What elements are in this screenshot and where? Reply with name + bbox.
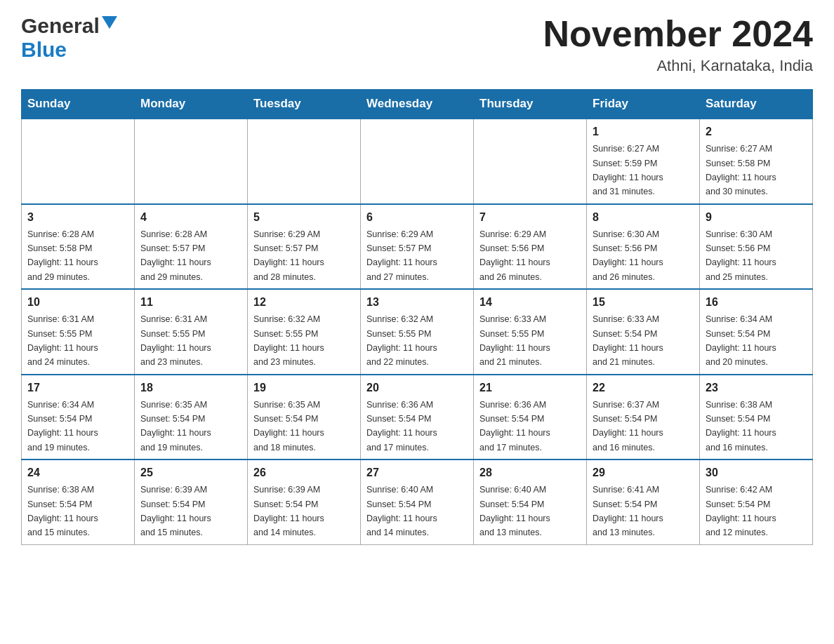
- calendar-day-23: 23Sunrise: 6:38 AM Sunset: 5:54 PM Dayli…: [700, 375, 813, 460]
- calendar-day-21: 21Sunrise: 6:36 AM Sunset: 5:54 PM Dayli…: [474, 375, 587, 460]
- day-number: 29: [593, 464, 694, 481]
- day-number: 4: [140, 209, 241, 226]
- day-info: Sunrise: 6:38 AM Sunset: 5:54 PM Dayligh…: [706, 400, 776, 452]
- location-text: Athni, Karnataka, India: [543, 57, 813, 75]
- day-info: Sunrise: 6:36 AM Sunset: 5:54 PM Dayligh…: [479, 400, 550, 452]
- title-section: November 2024 Athni, Karnataka, India: [543, 14, 813, 75]
- calendar-day-6: 6Sunrise: 6:29 AM Sunset: 5:57 PM Daylig…: [361, 204, 474, 290]
- page-header: General Blue November 2024 Athni, Karnat…: [21, 14, 813, 75]
- calendar-day-1: 1Sunrise: 6:27 AM Sunset: 5:59 PM Daylig…: [587, 119, 700, 204]
- month-title: November 2024: [543, 14, 813, 54]
- day-number: 25: [140, 464, 241, 481]
- calendar-day-4: 4Sunrise: 6:28 AM Sunset: 5:57 PM Daylig…: [135, 204, 248, 290]
- day-number: 24: [27, 464, 128, 481]
- calendar-day-29: 29Sunrise: 6:41 AM Sunset: 5:54 PM Dayli…: [587, 459, 700, 544]
- day-info: Sunrise: 6:30 AM Sunset: 5:56 PM Dayligh…: [593, 229, 663, 282]
- day-number: 27: [366, 464, 468, 481]
- day-info: Sunrise: 6:29 AM Sunset: 5:57 PM Dayligh…: [366, 229, 437, 282]
- calendar-day-15: 15Sunrise: 6:33 AM Sunset: 5:54 PM Dayli…: [587, 289, 700, 375]
- calendar-day-7: 7Sunrise: 6:29 AM Sunset: 5:56 PM Daylig…: [474, 204, 587, 290]
- weekday-header-saturday: Saturday: [700, 90, 813, 119]
- day-info: Sunrise: 6:34 AM Sunset: 5:54 PM Dayligh…: [27, 400, 98, 452]
- calendar-week-3: 17Sunrise: 6:34 AM Sunset: 5:54 PM Dayli…: [22, 375, 813, 460]
- day-number: 23: [706, 380, 807, 396]
- weekday-header-row: SundayMondayTuesdayWednesdayThursdayFrid…: [22, 90, 813, 119]
- calendar-day-14: 14Sunrise: 6:33 AM Sunset: 5:55 PM Dayli…: [474, 289, 587, 375]
- day-info: Sunrise: 6:31 AM Sunset: 5:55 PM Dayligh…: [27, 314, 98, 367]
- day-number: 1: [593, 123, 694, 140]
- calendar-day-8: 8Sunrise: 6:30 AM Sunset: 5:56 PM Daylig…: [587, 204, 700, 290]
- day-number: 11: [140, 294, 241, 311]
- day-info: Sunrise: 6:33 AM Sunset: 5:54 PM Dayligh…: [593, 314, 663, 367]
- svg-marker-0: [102, 16, 117, 29]
- day-number: 12: [253, 294, 355, 311]
- day-info: Sunrise: 6:35 AM Sunset: 5:54 PM Dayligh…: [253, 400, 324, 452]
- weekday-header-tuesday: Tuesday: [248, 90, 361, 119]
- calendar-week-4: 24Sunrise: 6:38 AM Sunset: 5:54 PM Dayli…: [22, 459, 813, 544]
- logo: General Blue: [21, 14, 117, 62]
- logo-general-text: General: [21, 14, 100, 38]
- day-info: Sunrise: 6:27 AM Sunset: 5:58 PM Dayligh…: [706, 144, 776, 196]
- calendar-day-25: 25Sunrise: 6:39 AM Sunset: 5:54 PM Dayli…: [135, 459, 248, 544]
- day-info: Sunrise: 6:33 AM Sunset: 5:55 PM Dayligh…: [479, 314, 550, 367]
- calendar-empty-cell: [248, 119, 361, 204]
- day-info: Sunrise: 6:28 AM Sunset: 5:57 PM Dayligh…: [140, 229, 211, 282]
- day-number: 15: [593, 294, 694, 311]
- calendar-empty-cell: [135, 119, 248, 204]
- day-info: Sunrise: 6:37 AM Sunset: 5:54 PM Dayligh…: [593, 400, 663, 452]
- calendar-day-11: 11Sunrise: 6:31 AM Sunset: 5:55 PM Dayli…: [135, 289, 248, 375]
- day-number: 16: [706, 294, 807, 311]
- calendar-day-17: 17Sunrise: 6:34 AM Sunset: 5:54 PM Dayli…: [22, 375, 135, 460]
- calendar-week-2: 10Sunrise: 6:31 AM Sunset: 5:55 PM Dayli…: [22, 289, 813, 375]
- day-info: Sunrise: 6:28 AM Sunset: 5:58 PM Dayligh…: [27, 229, 98, 282]
- day-number: 21: [479, 380, 581, 396]
- calendar-day-26: 26Sunrise: 6:39 AM Sunset: 5:54 PM Dayli…: [248, 459, 361, 544]
- calendar-day-24: 24Sunrise: 6:38 AM Sunset: 5:54 PM Dayli…: [22, 459, 135, 544]
- calendar-day-12: 12Sunrise: 6:32 AM Sunset: 5:55 PM Dayli…: [248, 289, 361, 375]
- calendar-day-30: 30Sunrise: 6:42 AM Sunset: 5:54 PM Dayli…: [700, 459, 813, 544]
- calendar-empty-cell: [361, 119, 474, 204]
- logo-arrow-icon: [102, 16, 117, 32]
- day-info: Sunrise: 6:36 AM Sunset: 5:54 PM Dayligh…: [366, 400, 437, 452]
- day-info: Sunrise: 6:39 AM Sunset: 5:54 PM Dayligh…: [140, 485, 211, 537]
- day-info: Sunrise: 6:35 AM Sunset: 5:54 PM Dayligh…: [140, 400, 211, 452]
- day-number: 30: [706, 464, 807, 481]
- day-number: 13: [366, 294, 468, 311]
- day-info: Sunrise: 6:29 AM Sunset: 5:57 PM Dayligh…: [253, 229, 324, 282]
- weekday-header-sunday: Sunday: [22, 90, 135, 119]
- day-number: 26: [253, 464, 355, 481]
- calendar-day-19: 19Sunrise: 6:35 AM Sunset: 5:54 PM Dayli…: [248, 375, 361, 460]
- calendar-empty-cell: [474, 119, 587, 204]
- day-info: Sunrise: 6:38 AM Sunset: 5:54 PM Dayligh…: [27, 485, 98, 537]
- calendar-empty-cell: [22, 119, 135, 204]
- day-info: Sunrise: 6:39 AM Sunset: 5:54 PM Dayligh…: [253, 485, 324, 537]
- calendar-day-9: 9Sunrise: 6:30 AM Sunset: 5:56 PM Daylig…: [700, 204, 813, 290]
- calendar-day-3: 3Sunrise: 6:28 AM Sunset: 5:58 PM Daylig…: [22, 204, 135, 290]
- weekday-header-friday: Friday: [587, 90, 700, 119]
- day-number: 8: [593, 209, 694, 226]
- day-info: Sunrise: 6:29 AM Sunset: 5:56 PM Dayligh…: [479, 229, 550, 282]
- day-number: 14: [479, 294, 581, 311]
- day-number: 3: [27, 209, 128, 226]
- day-info: Sunrise: 6:32 AM Sunset: 5:55 PM Dayligh…: [366, 314, 437, 367]
- calendar-week-0: 1Sunrise: 6:27 AM Sunset: 5:59 PM Daylig…: [22, 119, 813, 204]
- day-info: Sunrise: 6:41 AM Sunset: 5:54 PM Dayligh…: [593, 485, 663, 537]
- day-number: 20: [366, 380, 468, 396]
- day-number: 7: [479, 209, 581, 226]
- weekday-header-wednesday: Wednesday: [361, 90, 474, 119]
- calendar-day-10: 10Sunrise: 6:31 AM Sunset: 5:55 PM Dayli…: [22, 289, 135, 375]
- day-info: Sunrise: 6:40 AM Sunset: 5:54 PM Dayligh…: [366, 485, 437, 537]
- day-info: Sunrise: 6:27 AM Sunset: 5:59 PM Dayligh…: [593, 144, 663, 196]
- calendar-day-13: 13Sunrise: 6:32 AM Sunset: 5:55 PM Dayli…: [361, 289, 474, 375]
- calendar-day-20: 20Sunrise: 6:36 AM Sunset: 5:54 PM Dayli…: [361, 375, 474, 460]
- calendar-day-2: 2Sunrise: 6:27 AM Sunset: 5:58 PM Daylig…: [700, 119, 813, 204]
- logo-blue-text: Blue: [21, 38, 67, 61]
- day-info: Sunrise: 6:40 AM Sunset: 5:54 PM Dayligh…: [479, 485, 550, 537]
- calendar-day-16: 16Sunrise: 6:34 AM Sunset: 5:54 PM Dayli…: [700, 289, 813, 375]
- day-number: 17: [27, 380, 128, 396]
- calendar-table: SundayMondayTuesdayWednesdayThursdayFrid…: [21, 89, 813, 545]
- day-number: 10: [27, 294, 128, 311]
- weekday-header-thursday: Thursday: [474, 90, 587, 119]
- day-number: 2: [706, 123, 807, 140]
- calendar-day-28: 28Sunrise: 6:40 AM Sunset: 5:54 PM Dayli…: [474, 459, 587, 544]
